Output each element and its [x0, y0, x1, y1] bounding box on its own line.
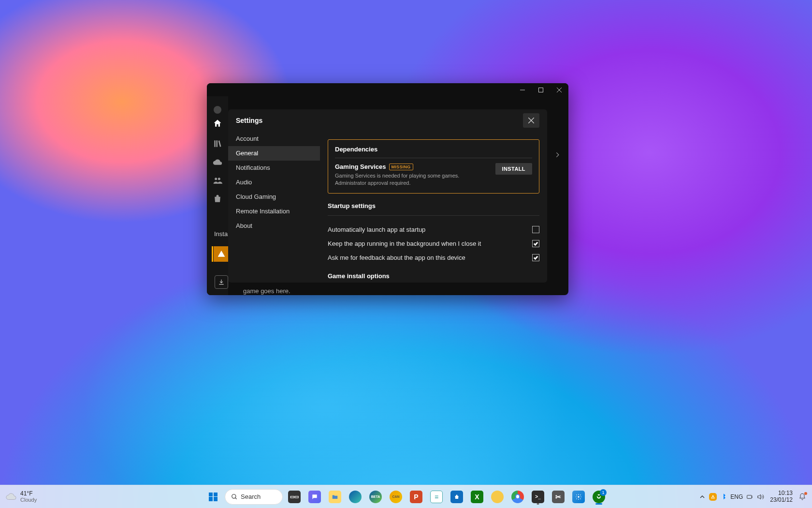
weather-condition: Cloudy: [20, 497, 37, 503]
settings-title: Settings: [236, 117, 262, 124]
download-button[interactable]: [215, 275, 228, 289]
startup-heading: Startup settings: [328, 202, 539, 209]
clock[interactable]: 10:13 23/01/12: [767, 490, 796, 503]
settings-nav-audio[interactable]: Audio: [228, 175, 320, 190]
minimize-button[interactable]: [513, 83, 532, 96]
settings-nav-account[interactable]: Account: [228, 132, 320, 146]
svg-rect-1: [539, 88, 543, 92]
date-text: 23/01/12: [770, 497, 793, 503]
setting-label: Keep the app running in the background w…: [328, 240, 481, 247]
setting-auto-launch: Automatically launch app at startup: [328, 223, 539, 237]
store-icon[interactable]: [213, 194, 222, 204]
svg-point-4: [215, 178, 217, 180]
settings-nav-cloud-gaming[interactable]: Cloud Gaming: [228, 190, 320, 204]
search-icon: [231, 493, 238, 500]
desktop-wallpaper: Instal game goes here. Settings Accoun: [0, 0, 812, 508]
taskbar-app-powerpoint[interactable]: P: [407, 488, 425, 506]
language-indicator[interactable]: ENG: [730, 493, 743, 500]
carousel-next-icon[interactable]: [554, 151, 561, 160]
svg-point-8: [232, 494, 236, 498]
taskbar-app-chat[interactable]: [306, 488, 323, 506]
notification-dot: [804, 492, 807, 495]
setting-label: Ask me for feedback about the app on thi…: [328, 254, 465, 261]
settings-content: Dependencies Gaming Services MISSING Gam…: [320, 132, 547, 283]
search-placeholder: Search: [241, 493, 261, 500]
taskbar-app-edge-canary[interactable]: CAN: [387, 488, 405, 506]
xbox-badge: 1: [600, 489, 607, 496]
weather-cloud-icon: [6, 492, 16, 502]
install-button[interactable]: INSTALL: [495, 163, 532, 175]
network-icon[interactable]: [746, 493, 754, 501]
volume-icon[interactable]: [756, 493, 764, 501]
svg-line-9: [235, 497, 237, 499]
maximize-button[interactable]: [532, 83, 550, 96]
taskbar-search[interactable]: Search: [225, 489, 283, 505]
notifications-button[interactable]: [798, 493, 806, 501]
settings-modal: Settings Account General Notifications A…: [228, 109, 547, 283]
taskbar-app-canary2[interactable]: [489, 488, 506, 506]
taskbar-app-snip[interactable]: ✂: [550, 488, 567, 506]
install-warning-icon[interactable]: [214, 246, 229, 262]
dependency-status-badge: MISSING: [389, 164, 413, 170]
setting-keep-running: Keep the app running in the background w…: [328, 237, 539, 251]
dependency-description: Gaming Services is needed for playing so…: [335, 172, 490, 187]
settings-nav-notifications[interactable]: Notifications: [228, 161, 320, 175]
game-install-heading: Game install options: [328, 272, 539, 280]
taskbar-app-xbox[interactable]: 1: [590, 488, 608, 506]
xbox-app-window: Instal game goes here. Settings Accoun: [207, 83, 568, 295]
taskbar-app-edge[interactable]: [347, 488, 364, 506]
taskbar-app-chrome[interactable]: [509, 488, 526, 506]
settings-nav-about[interactable]: About: [228, 219, 320, 233]
time-text: 10:13: [778, 490, 793, 496]
taskbar-app-explorer[interactable]: [326, 488, 344, 506]
settings-nav-remote-installation[interactable]: Remote Installation: [228, 204, 320, 219]
taskbar-app-terminal[interactable]: >_: [529, 488, 547, 506]
taskbar-app-settings[interactable]: [570, 488, 587, 506]
checkbox-feedback[interactable]: [532, 254, 539, 261]
close-settings-button[interactable]: [523, 113, 539, 128]
svg-point-5: [218, 178, 220, 180]
weather-temperature: 41°F: [20, 491, 37, 497]
window-titlebar: [207, 83, 568, 96]
tray-security-icon[interactable]: ⚠: [709, 493, 717, 501]
dependencies-card: Dependencies Gaming Services MISSING Gam…: [328, 139, 539, 194]
checkbox-auto-launch[interactable]: [532, 226, 539, 233]
taskbar-app-notepad[interactable]: ≡: [428, 488, 445, 506]
taskbar: 41°F Cloudy Search ▭▭ BETA CAN P ≡ X: [0, 485, 812, 508]
taskbar-app-edge-beta[interactable]: BETA: [367, 488, 384, 506]
setting-feedback: Ask me for feedback about the app on thi…: [328, 251, 539, 265]
start-button[interactable]: [204, 488, 222, 506]
library-icon[interactable]: [213, 139, 222, 149]
bluetooth-icon[interactable]: [720, 493, 727, 501]
system-tray: ⚠ ENG 10:13 23/01/12: [698, 490, 806, 503]
dependency-name: Gaming Services: [335, 163, 386, 170]
task-view-button[interactable]: ▭▭: [286, 488, 303, 506]
svg-rect-11: [747, 495, 752, 498]
settings-nav-general[interactable]: General: [228, 146, 320, 161]
taskbar-center: Search ▭▭ BETA CAN P ≡ X >_ ✂ 1: [204, 488, 608, 506]
settings-nav: Account General Notifications Audio Clou…: [228, 132, 320, 283]
taskbar-app-xbox-insider[interactable]: X: [468, 488, 486, 506]
dependencies-heading: Dependencies: [335, 146, 532, 153]
placeholder-text: game goes here.: [243, 287, 290, 295]
checkbox-keep-running[interactable]: [532, 240, 539, 247]
weather-widget[interactable]: 41°F Cloudy: [6, 491, 37, 503]
setting-label: Automatically launch app at startup: [328, 226, 425, 233]
taskbar-app-store[interactable]: [448, 488, 465, 506]
svg-point-10: [578, 496, 580, 498]
home-icon[interactable]: [213, 119, 222, 128]
close-window-button[interactable]: [550, 83, 568, 96]
people-icon[interactable]: [213, 176, 222, 185]
tray-chevron-up-icon[interactable]: [698, 493, 706, 501]
app-nav-rail: [207, 96, 228, 295]
cloud-icon[interactable]: [213, 157, 222, 167]
